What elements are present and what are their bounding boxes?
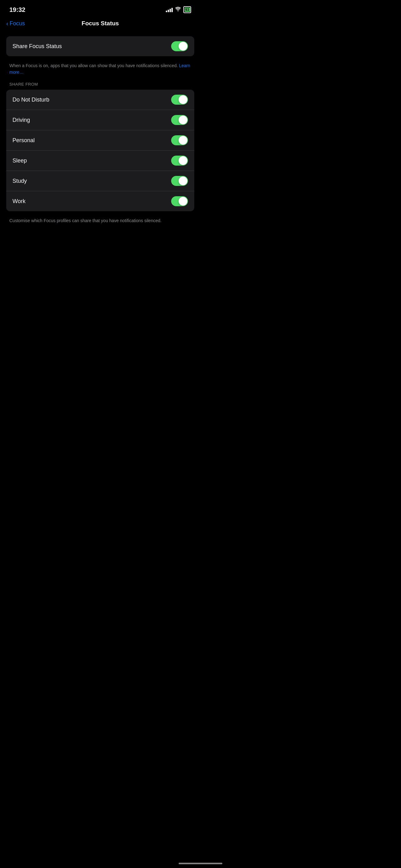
footer-description: Customise which Focus profiles can share…: [6, 214, 194, 230]
focus-item-toggle[interactable]: [171, 156, 188, 165]
focus-item-row[interactable]: Personal: [6, 130, 194, 151]
focus-item-label: Driving: [12, 117, 30, 123]
focus-item-row[interactable]: Sleep: [6, 151, 194, 171]
share-focus-card: Share Focus Status: [6, 36, 194, 56]
focus-item-label: Work: [12, 198, 26, 205]
signal-icon: [166, 7, 173, 12]
focus-item-toggle[interactable]: [171, 176, 188, 186]
focus-item-toggle[interactable]: [171, 196, 188, 206]
focus-item-label: Personal: [12, 137, 35, 144]
toggle-knob: [179, 42, 188, 51]
nav-bar: ‹ Focus Focus Status: [0, 17, 201, 33]
focus-item-label: Study: [12, 178, 27, 184]
toggle-knob: [179, 177, 188, 185]
focus-item-row[interactable]: Do Not Disturb: [6, 90, 194, 110]
focus-item-row[interactable]: Study: [6, 171, 194, 191]
focus-item-row[interactable]: Work: [6, 191, 194, 211]
focus-item-toggle[interactable]: [171, 115, 188, 125]
share-focus-toggle[interactable]: [171, 41, 188, 51]
focus-item-label: Do Not Disturb: [12, 97, 49, 103]
toggle-knob: [179, 136, 188, 145]
focus-item-toggle[interactable]: [171, 95, 188, 105]
focus-item-label: Sleep: [12, 157, 27, 164]
share-focus-description: When a Focus is on, apps that you allow …: [6, 59, 194, 82]
status-bar: 19:32 93: [0, 0, 201, 17]
share-focus-row[interactable]: Share Focus Status: [6, 36, 194, 56]
status-icons: 93: [166, 6, 191, 13]
wifi-icon: [175, 7, 181, 12]
toggle-knob: [179, 197, 188, 206]
focus-items-card: Do Not DisturbDrivingPersonalSleepStudyW…: [6, 90, 194, 211]
main-content: Share Focus Status When a Focus is on, a…: [0, 33, 201, 243]
toggle-knob: [179, 95, 188, 104]
back-chevron-icon: ‹: [6, 20, 8, 27]
share-focus-label: Share Focus Status: [12, 43, 62, 50]
focus-item-row[interactable]: Driving: [6, 110, 194, 130]
back-button[interactable]: ‹ Focus: [6, 20, 25, 27]
share-from-label: SHARE FROM: [6, 82, 194, 90]
status-time: 19:32: [9, 6, 25, 13]
page-title: Focus Status: [81, 20, 119, 27]
focus-item-toggle[interactable]: [171, 135, 188, 145]
battery-icon: 93: [183, 6, 191, 13]
toggle-knob: [179, 156, 188, 165]
toggle-knob: [179, 116, 188, 124]
